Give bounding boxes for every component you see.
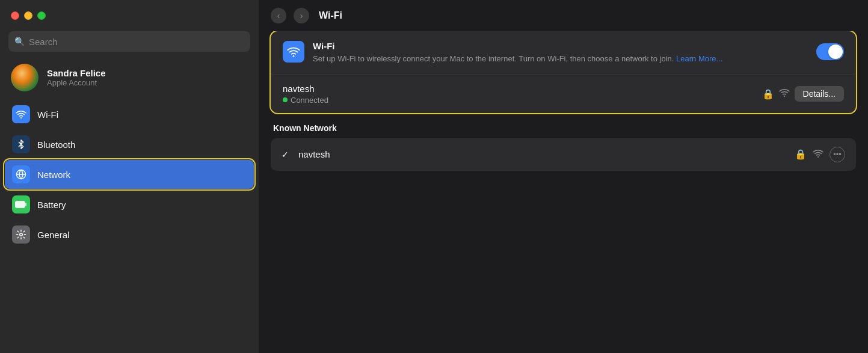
wifi-header: Wi-Fi Set up Wi-Fi to wirelessly connect…: [271, 31, 856, 75]
back-icon: ‹: [277, 11, 280, 20]
traffic-lights: [11, 11, 46, 20]
toggle-knob: [828, 45, 843, 59]
details-button[interactable]: Details...: [795, 86, 844, 102]
svg-point-0: [20, 117, 22, 118]
connected-network-row: navtesh Connected 🔒: [271, 75, 856, 113]
known-ssid: navtesh: [298, 149, 787, 159]
sidebar-item-network[interactable]: Network: [5, 160, 254, 189]
wifi-icon: [12, 105, 30, 123]
sidebar-item-battery[interactable]: Battery: [5, 190, 254, 219]
sidebar-item-label-general: General: [37, 230, 69, 240]
search-icon: 🔍: [14, 37, 25, 46]
titlebar: [0, 0, 259, 31]
svg-point-5: [20, 233, 23, 236]
learn-more-link[interactable]: Learn More...: [676, 54, 722, 63]
sidebar-item-label-battery: Battery: [37, 200, 66, 210]
network-name: navtesh Connected: [283, 84, 755, 105]
wifi-card-title: Wi-Fi: [313, 41, 808, 51]
main-header: ‹ › Wi-Fi: [259, 0, 868, 31]
svg-point-6: [293, 55, 295, 57]
wifi-card-icon: [283, 41, 304, 63]
network-icons: 🔒 Details...: [762, 86, 844, 102]
avatar: [11, 64, 38, 91]
sidebar-list: Wi-Fi Bluetooth Network: [0, 100, 259, 249]
forward-icon: ›: [300, 11, 303, 20]
wifi-card: Wi-Fi Set up Wi-Fi to wirelessly connect…: [271, 31, 856, 113]
forward-button[interactable]: ›: [294, 8, 309, 23]
connected-dot: [283, 97, 288, 102]
search-placeholder: Search: [29, 37, 58, 47]
main-content: ‹ › Wi-Fi Wi-Fi S: [259, 0, 868, 353]
sidebar-item-label-network: Network: [37, 170, 70, 180]
sidebar: 🔍 Search Sandra Felice Apple Account Wi-…: [0, 0, 259, 353]
svg-rect-4: [25, 203, 27, 206]
checkmark-icon: ✓: [282, 150, 291, 159]
back-button[interactable]: ‹: [271, 8, 286, 23]
known-network-icons: 🔒 •••: [795, 147, 845, 162]
sidebar-item-wifi[interactable]: Wi-Fi: [5, 100, 254, 129]
bluetooth-icon: [12, 135, 30, 153]
sidebar-item-label-wifi: Wi-Fi: [37, 109, 58, 120]
close-button[interactable]: [11, 11, 19, 20]
wifi-description: Set up Wi-Fi to wirelessly connect your …: [313, 54, 808, 65]
user-info: Sandra Felice Apple Account: [47, 68, 106, 87]
known-lock-icon: 🔒: [795, 149, 807, 160]
more-options-button[interactable]: •••: [830, 147, 845, 162]
connected-label: Connected: [291, 96, 328, 105]
svg-point-7: [783, 96, 784, 97]
known-network-card: ✓ navtesh 🔒 •••: [271, 138, 856, 171]
svg-rect-3: [16, 201, 25, 207]
sidebar-item-label-bluetooth: Bluetooth: [37, 140, 75, 150]
wifi-text: Wi-Fi Set up Wi-Fi to wirelessly connect…: [313, 41, 808, 65]
network-ssid: navtesh: [283, 84, 755, 94]
page-title: Wi-Fi: [319, 10, 342, 21]
known-network-section: Known Network ✓ navtesh 🔒: [271, 123, 856, 171]
search-box[interactable]: 🔍 Search: [8, 31, 250, 52]
user-section[interactable]: Sandra Felice Apple Account: [0, 58, 259, 100]
lock-icon: 🔒: [762, 88, 774, 100]
svg-point-8: [817, 156, 819, 158]
connected-badge: Connected: [283, 96, 755, 105]
sidebar-item-general[interactable]: General: [5, 220, 254, 249]
main-body: Wi-Fi Set up Wi-Fi to wirelessly connect…: [259, 31, 868, 353]
sidebar-item-bluetooth[interactable]: Bluetooth: [5, 130, 254, 159]
minimize-button[interactable]: [24, 11, 32, 20]
signal-icon: [779, 87, 790, 100]
user-name: Sandra Felice: [47, 68, 106, 78]
general-icon: [12, 226, 30, 244]
fullscreen-button[interactable]: [37, 11, 46, 20]
user-subtitle: Apple Account: [47, 78, 106, 87]
known-signal-icon: [813, 148, 823, 161]
known-network-row: ✓ navtesh 🔒 •••: [271, 138, 856, 171]
network-icon: [12, 165, 30, 183]
known-network-title: Known Network: [271, 123, 339, 133]
wifi-toggle[interactable]: [816, 43, 844, 60]
battery-icon: [12, 195, 30, 213]
